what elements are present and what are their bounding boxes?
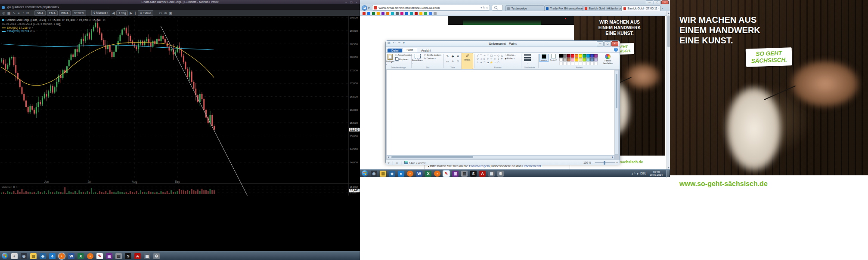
minimize-button[interactable]: — [597,41,604,46]
palette-swatch[interactable] [579,58,582,61]
palette-empty-swatch[interactable] [586,62,590,65]
bookmark-icon[interactable] [419,12,422,15]
color2-button[interactable]: Farbe 2 [549,54,558,61]
shape-icon[interactable]: ⌒ [479,54,483,57]
taskbar-icon[interactable]: X [78,253,84,259]
browser-tab[interactable]: Barrick Gold - 27.05.11 - For... [622,5,660,11]
bookmark-icon[interactable] [415,12,418,15]
select-button[interactable]: Auswählen [412,54,423,64]
tab-list-button[interactable]: ▾ [661,6,663,9]
palette-empty-swatch[interactable] [571,62,574,65]
maximize-button[interactable]: ▢ [604,41,611,46]
tab-datei[interactable]: Datei [388,49,402,52]
canvas-vertical-scrollbar[interactable] [615,70,618,155]
palette-empty-swatch[interactable] [563,62,567,65]
shape-icon[interactable]: ▭ [493,61,496,64]
forward-button[interactable]: ▶ [368,6,370,9]
edit-colors-button[interactable]: Farben bearbeiten [599,54,617,64]
taskbar-icon[interactable]: S [470,171,477,177]
palette-swatch[interactable] [594,58,598,61]
palette-swatch[interactable] [590,58,594,61]
close-button[interactable]: ✕ [611,41,618,46]
zoom-icon[interactable]: ⊖ [158,11,162,15]
urlbar-icons[interactable]: ▾ ↻ ☆ [480,6,490,9]
color1-button[interactable]: Farbe 1 [539,54,549,62]
palette-swatch[interactable] [559,58,563,61]
page-scrollbar[interactable]: ▲ ▼ [666,11,670,169]
indicator-button-sma[interactable]: SMA [34,10,45,16]
palette-swatch[interactable] [575,54,578,58]
bookmark-icon[interactable] [381,12,384,15]
zoom-icon[interactable]: ⊕ [164,11,167,15]
start-button[interactable] [362,170,368,177]
taskbar-icon[interactable]: ▦ [488,171,495,177]
zoom-out-button[interactable]: – [592,161,594,164]
shape-icon[interactable]: ▢ [490,54,493,57]
indicator-button-ema[interactable]: EMA [47,10,58,16]
taskbar-icon[interactable]: A [479,171,486,177]
indicator-button-stdev[interactable]: STDEV [72,10,86,16]
browser-tab[interactable]: Barrick Gold | Aktienforum | Ak... [583,5,622,11]
taskbar-icon[interactable]: S [125,253,131,259]
fill-button[interactable]: ◆ Füllen [505,57,515,60]
paste-button[interactable]: Einfügen [386,54,394,65]
shape-icon[interactable]: ▷ [483,57,486,61]
palette-swatch[interactable] [563,54,567,58]
browser-tab[interactable]: TraderFox Börsensoftware: Tre... [544,5,583,11]
bookmark-icon[interactable] [391,12,394,15]
rotate-button[interactable]: ↻ Drehen [424,57,441,60]
palette-swatch[interactable] [567,54,570,58]
outline-button[interactable]: ◇ Umriss [505,54,515,56]
tool-icon[interactable]: ⊙ [456,59,460,64]
tool-icon[interactable]: A [456,54,460,58]
shape-icon[interactable]: ⇨ [490,57,493,61]
gear-icon[interactable]: ⚙ [103,18,105,21]
taskbar-icon[interactable]: ▣ [106,253,112,259]
zoom-slider[interactable] [595,162,615,163]
palette-empty-swatch[interactable] [590,62,594,65]
tool-icon[interactable]: ▭ [445,59,450,64]
taskbar-icon[interactable]: A [134,253,141,259]
brushes-button[interactable]: ✐ Pinsel [462,53,473,69]
urlbar[interactable]: go.guidants.com/detach.php#?index [0,4,360,10]
stroke-width-button[interactable] [524,54,531,64]
ad-url[interactable]: www.so-geht-sächsisch.de [679,180,768,188]
shape-icon[interactable]: △ [500,54,503,57]
taskbar-icon[interactable]: ◉ [371,171,377,177]
shape-icon[interactable]: ✶ [479,61,483,64]
shape-icon[interactable]: ◠ [496,61,500,64]
taskbar-icon[interactable]: ▤ [380,171,386,177]
taskbar-icon[interactable]: ✎ [443,171,450,177]
palette-swatch[interactable] [586,54,590,58]
palette-swatch[interactable] [579,54,582,58]
shape-icon[interactable]: ▽ [476,57,479,61]
shape-icon[interactable]: ⇩ [496,57,500,61]
interval-prev-button[interactable]: ◀ [112,11,115,15]
toolbar-icon[interactable]: ∿ [12,11,16,15]
tool-icon[interactable]: ◆ [450,54,455,58]
taskbar-icon[interactable]: ◗ [434,171,440,177]
taskbar-icon[interactable]: ▥ [115,253,122,259]
toolbar-icon[interactable]: ◔ [22,11,25,15]
taskbar-icon[interactable]: ⚙ [153,253,160,259]
palette-swatch[interactable] [583,54,586,58]
copy-button[interactable]: Kopieren [395,57,412,61]
language-indicator[interactable]: DEU [640,172,646,175]
taskbar-icon[interactable]: ▥ [461,171,468,177]
palette-swatch[interactable] [571,58,574,61]
tab-start[interactable]: Start [402,48,417,52]
shape-icon[interactable]: ╱ [476,54,479,57]
bookmark-icon[interactable] [396,12,399,15]
bookmark-icon[interactable] [367,12,370,15]
taskbar-icon[interactable]: e [398,171,404,177]
taskbar-icon[interactable]: ▤ [30,253,37,259]
taskbar-icon[interactable]: ◆ [40,253,46,259]
shape-icon[interactable]: ☆ [476,61,479,64]
palette-empty-swatch[interactable] [579,62,582,65]
bookmark-icon[interactable] [429,12,432,15]
start-button[interactable] [2,253,8,259]
period-dropdown[interactable]: 6 Monate [91,10,110,16]
taskbar-icon[interactable]: ◐ [11,253,18,259]
shape-icon[interactable]: ⇦ [486,57,490,61]
taskbar-icon[interactable]: W [68,253,74,259]
